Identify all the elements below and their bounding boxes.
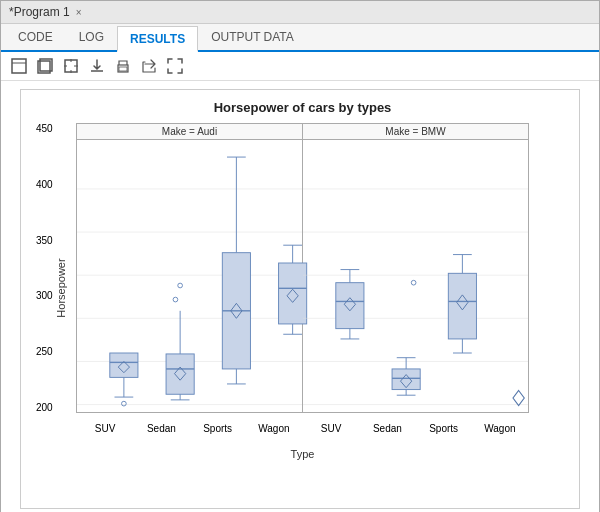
toolbar-icon-1[interactable] (9, 56, 29, 76)
panel-audi: Make = Audi (77, 124, 303, 412)
x-axis-label: Type (76, 448, 529, 460)
chart-plot-area: Horsepower 200 250 300 350 400 450 Make … (76, 123, 529, 453)
toolbar-icon-3[interactable] (61, 56, 81, 76)
bmw-chart-svg (303, 144, 528, 412)
tab-code[interactable]: CODE (5, 24, 66, 50)
bmw-x-wagon: Wagon (472, 423, 528, 434)
panels-container: Make = Audi (76, 123, 529, 413)
svg-point-19 (122, 401, 127, 406)
close-tab-button[interactable]: × (76, 7, 82, 18)
y-tick-300: 300 (36, 290, 53, 301)
y-axis-ticks: 200 250 300 350 400 450 (36, 123, 53, 413)
svg-point-62 (411, 280, 416, 285)
toolbar-fullscreen-icon[interactable] (165, 56, 185, 76)
svg-rect-5 (119, 67, 127, 71)
audi-chart-svg (77, 144, 302, 412)
bmw-x-sedan: Sedan (359, 423, 415, 434)
svg-rect-49 (336, 283, 364, 329)
tab-bar: CODE LOG RESULTS OUTPUT DATA (1, 24, 599, 52)
svg-rect-13 (110, 353, 138, 377)
y-tick-400: 400 (36, 179, 53, 190)
audi-x-sports: Sports (190, 423, 246, 434)
toolbar-export-icon[interactable] (139, 56, 159, 76)
audi-x-wagon: Wagon (246, 423, 302, 434)
tab-output-data[interactable]: OUTPUT DATA (198, 24, 307, 50)
main-window: *Program 1 × CODE LOG RESULTS OUTPUT DAT… (0, 0, 600, 512)
y-axis-label: Horsepower (55, 258, 67, 317)
audi-x-sedan: Sedan (133, 423, 189, 434)
panel-bmw: Make = BMW (303, 124, 528, 412)
toolbar-download-icon[interactable] (87, 56, 107, 76)
chart-content: Horsepower of cars by types Horsepower 2… (1, 81, 599, 512)
toolbar (1, 52, 599, 81)
tab-log[interactable]: LOG (66, 24, 117, 50)
chart-container: Horsepower of cars by types Horsepower 2… (20, 89, 580, 509)
svg-point-26 (178, 283, 183, 288)
y-tick-200: 200 (36, 402, 53, 413)
y-tick-350: 350 (36, 235, 53, 246)
bmw-x-suv: SUV (303, 423, 359, 434)
window-title: *Program 1 (9, 5, 70, 19)
panel-audi-header: Make = Audi (77, 124, 302, 140)
y-tick-250: 250 (36, 346, 53, 357)
bmw-x-labels: SUV Sedan Sports Wagon (303, 423, 528, 434)
toolbar-print-icon[interactable] (113, 56, 133, 76)
audi-x-suv: SUV (77, 423, 133, 434)
svg-rect-56 (392, 369, 420, 390)
tab-results[interactable]: RESULTS (117, 26, 198, 52)
svg-rect-64 (448, 273, 476, 339)
y-tick-450: 450 (36, 123, 53, 134)
svg-point-27 (173, 297, 178, 302)
svg-marker-71 (513, 391, 524, 406)
chart-title: Horsepower of cars by types (76, 100, 529, 115)
audi-x-labels: SUV Sedan Sports Wagon (77, 423, 302, 434)
title-bar: *Program 1 × (1, 1, 599, 24)
panel-bmw-header: Make = BMW (303, 124, 528, 140)
bmw-x-sports: Sports (416, 423, 472, 434)
svg-rect-0 (12, 59, 26, 73)
svg-rect-21 (166, 354, 194, 394)
toolbar-icon-2[interactable] (35, 56, 55, 76)
